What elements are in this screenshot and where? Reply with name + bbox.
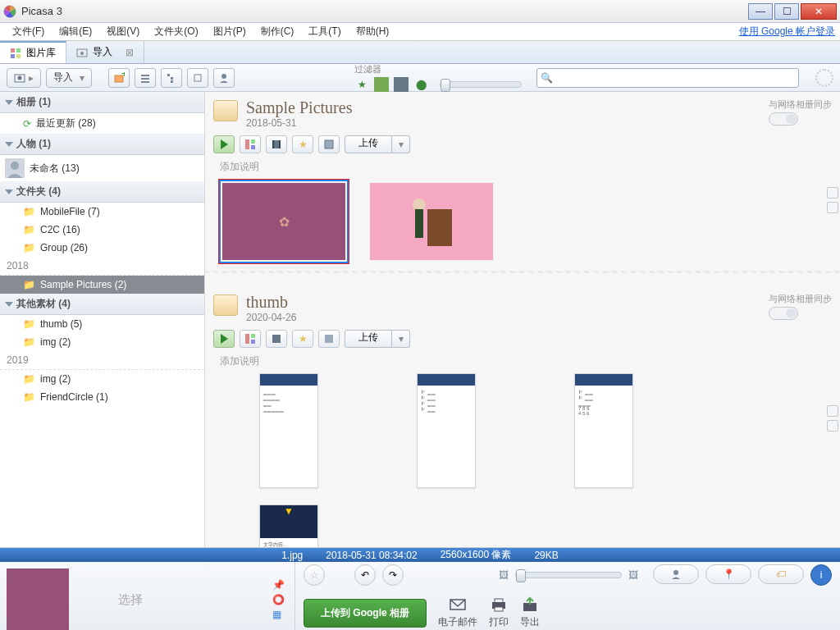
- add-description[interactable]: 添加说明: [220, 354, 832, 368]
- view-tree-button[interactable]: [161, 68, 182, 88]
- album-folder-icon[interactable]: [213, 100, 238, 121]
- scroll-pin[interactable]: [827, 202, 838, 213]
- tag-button[interactable]: 🏷: [758, 564, 804, 584]
- google-login-link[interactable]: 使用 Google 帐户登录: [739, 25, 835, 39]
- maximize-button[interactable]: ☐: [774, 3, 799, 20]
- sidebar-year-2019: 2019: [0, 351, 204, 370]
- thumbnail-2[interactable]: [366, 179, 497, 264]
- upload-button[interactable]: 上传: [345, 330, 392, 348]
- movie-button[interactable]: [266, 330, 287, 348]
- menu-picture[interactable]: 图片(P): [206, 25, 253, 39]
- sidebar-thumb[interactable]: 📁thumb (5): [0, 315, 204, 333]
- export-icon: [521, 596, 539, 613]
- sidebar-group[interactable]: 📁Group (26): [0, 239, 204, 257]
- sidebar-people-header[interactable]: 人物 (1): [0, 134, 204, 155]
- search-input[interactable]: [556, 69, 795, 87]
- filter-geo-icon[interactable]: ⬤: [413, 77, 428, 92]
- sidebar-friendcircle[interactable]: 📁FriendCircle (1): [0, 388, 204, 406]
- sidebar-folders-header[interactable]: 文件夹 (4): [0, 181, 204, 203]
- sync-toggle[interactable]: [769, 112, 798, 126]
- thumbnail-mobile-3[interactable]: 🏳 ▁▁🏳 ▁▁▁▁▁7 8 94 5 6: [574, 373, 633, 488]
- close-button[interactable]: ✕: [801, 3, 837, 20]
- upload-dropdown[interactable]: ▾: [392, 330, 410, 348]
- menu-help[interactable]: 帮助(H): [349, 25, 397, 39]
- menu-folder[interactable]: 文件夹(O): [147, 25, 205, 39]
- svg-rect-32: [251, 340, 255, 344]
- sync-toggle[interactable]: [769, 307, 798, 320]
- geotag-button[interactable]: 📍: [705, 564, 751, 584]
- print-button[interactable]: 打印: [489, 596, 509, 629]
- scroll-pin[interactable]: [827, 420, 838, 431]
- filter-slider[interactable]: [440, 81, 522, 88]
- star-button[interactable]: ★: [292, 135, 313, 153]
- new-album-button[interactable]: +: [108, 68, 130, 88]
- menu-edit[interactable]: 编辑(E): [52, 25, 99, 39]
- tab-import-label: 导入: [93, 45, 112, 59]
- tray-thumbnail[interactable]: [7, 568, 69, 630]
- status-filename: 1.jpg: [281, 550, 303, 561]
- rotate-left-button[interactable]: ↶: [354, 564, 376, 586]
- sidebar-albums-header[interactable]: 相册 (1): [0, 92, 204, 113]
- thumbnail-mobile-4[interactable]: ▼文字内容...更多文字...: [259, 504, 318, 547]
- star-button[interactable]: ★: [292, 330, 313, 348]
- export-button[interactable]: 导出: [520, 596, 540, 629]
- sidebar-mobilefile[interactable]: 📁MobileFile (7): [0, 203, 204, 221]
- filter-movie-icon[interactable]: [394, 77, 409, 92]
- thumbnail-mobile-1[interactable]: ▁▁▁▁▁▁▁▁▁▁▁▁▁▁: [259, 373, 318, 488]
- view-list-button[interactable]: [135, 68, 156, 88]
- scroll-pin[interactable]: [827, 405, 838, 417]
- info-button[interactable]: i: [810, 564, 832, 586]
- filter-star-icon[interactable]: ★: [354, 77, 369, 92]
- collage-button[interactable]: [240, 330, 261, 348]
- rotate-right-button[interactable]: ↷: [382, 564, 404, 586]
- save-button[interactable]: [318, 135, 340, 153]
- thumbnail-mobile-2[interactable]: 🏳 ▁▁🏳 ▁▁🏳 ▁▁🏳 ▁▁: [417, 373, 476, 488]
- email-button[interactable]: 电子邮件: [438, 596, 477, 629]
- tab-library[interactable]: 图片库: [0, 41, 66, 63]
- sidebar-unnamed-person[interactable]: 未命名 (13): [0, 155, 204, 181]
- svg-rect-15: [171, 77, 173, 80]
- tab-import[interactable]: 导入 ⊠: [66, 41, 144, 63]
- menu-make[interactable]: 制作(C): [253, 25, 302, 39]
- add-to-icon[interactable]: ▦: [272, 609, 285, 620]
- filter-face-icon[interactable]: [374, 77, 389, 92]
- upload-dropdown[interactable]: ▾: [392, 135, 410, 153]
- star-toggle[interactable]: ☆: [304, 564, 325, 586]
- clear-icon[interactable]: ⭕: [272, 594, 285, 605]
- tag-people-button[interactable]: [653, 564, 699, 584]
- view-flat-button[interactable]: [187, 68, 208, 88]
- upload-button[interactable]: 上传: [345, 135, 392, 153]
- collage-button[interactable]: [240, 135, 261, 153]
- sidebar-sample-pictures[interactable]: 📁Sample Pictures (2): [0, 276, 204, 294]
- slideshow-button[interactable]: [213, 135, 235, 153]
- people-button[interactable]: [213, 68, 235, 88]
- album-folder-icon[interactable]: [213, 294, 238, 316]
- svg-rect-21: [245, 139, 249, 149]
- zoom-slider[interactable]: [515, 572, 622, 578]
- menu-view[interactable]: 视图(V): [99, 25, 147, 39]
- scroll-pin[interactable]: [827, 187, 838, 199]
- sidebar-img-b[interactable]: 📁img (2): [0, 370, 204, 388]
- sidebar-img-a[interactable]: 📁img (2): [0, 333, 204, 351]
- picasa-logo-icon: [3, 5, 16, 18]
- minimize-button[interactable]: —: [748, 3, 773, 20]
- add-description[interactable]: 添加说明: [220, 160, 832, 174]
- slideshow-button[interactable]: [213, 330, 235, 348]
- menu-file[interactable]: 文件(F): [5, 25, 52, 39]
- import-source-button[interactable]: ▸: [7, 68, 41, 88]
- sidebar-other-header[interactable]: 其他素材 (4): [0, 294, 204, 315]
- album-title[interactable]: thumb: [246, 293, 296, 312]
- thumbnail-1[interactable]: ✿: [218, 179, 349, 264]
- sidebar-c2c[interactable]: 📁C2C (16): [0, 221, 204, 239]
- sidebar-recent[interactable]: ⟳最近更新 (28): [0, 113, 204, 134]
- tab-close-icon[interactable]: ⊠: [126, 47, 134, 58]
- upload-to-google-button[interactable]: 上传到 Google 相册: [304, 599, 427, 628]
- album-title[interactable]: Sample Pictures: [246, 98, 352, 117]
- search-box[interactable]: 🔍: [536, 68, 799, 88]
- svg-rect-23: [251, 145, 255, 149]
- import-button[interactable]: 导入 ▾: [46, 68, 92, 88]
- movie-button[interactable]: [266, 135, 287, 153]
- pin-icon[interactable]: 📌: [272, 579, 285, 591]
- menu-tools[interactable]: 工具(T): [301, 25, 348, 39]
- save-button[interactable]: [318, 330, 340, 348]
